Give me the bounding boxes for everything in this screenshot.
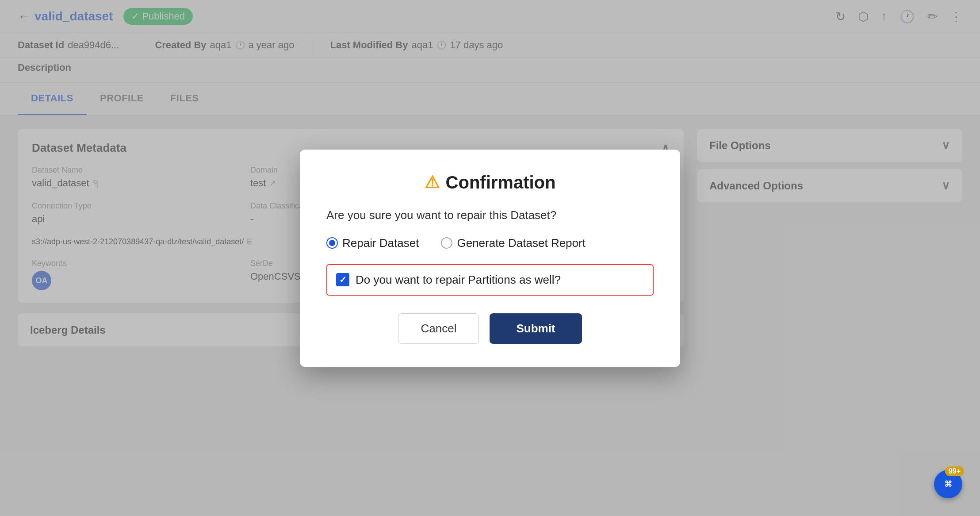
modal-question: Are you sure you want to repair this Dat… bbox=[326, 208, 654, 222]
page-background: ← valid_dataset ✓ Published ↻ ⬡ ↑ 🕐 ✏ ⋮ … bbox=[0, 0, 980, 516]
notification-icon: ⌘ bbox=[944, 479, 952, 489]
modal-title: ⚠ Confirmation bbox=[326, 173, 654, 193]
repair-partitions-label: Do you want to repair Partitions as well… bbox=[356, 273, 561, 287]
radio-group: Repair Dataset Generate Dataset Report bbox=[326, 236, 654, 250]
repair-dataset-label: Repair Dataset bbox=[342, 236, 419, 250]
generate-report-label: Generate Dataset Report bbox=[457, 236, 586, 250]
submit-button[interactable]: Submit bbox=[490, 313, 582, 344]
repair-dataset-radio[interactable]: Repair Dataset bbox=[326, 236, 419, 250]
modal-title-text: Confirmation bbox=[446, 173, 556, 193]
radio-circle-repair bbox=[326, 237, 338, 249]
notification-count-badge: 99+ bbox=[945, 466, 964, 476]
confirmation-modal: ⚠ Confirmation Are you sure you want to … bbox=[300, 150, 680, 367]
warning-triangle-icon: ⚠ bbox=[425, 173, 440, 192]
generate-report-radio[interactable]: Generate Dataset Report bbox=[441, 236, 586, 250]
cancel-button[interactable]: Cancel bbox=[398, 313, 479, 344]
modal-overlay: ⚠ Confirmation Are you sure you want to … bbox=[0, 0, 980, 516]
radio-circle-report bbox=[441, 237, 452, 249]
repair-partitions-checkbox[interactable]: ✓ bbox=[336, 273, 349, 286]
modal-buttons: Cancel Submit bbox=[326, 313, 654, 344]
repair-partitions-checkbox-row[interactable]: ✓ Do you want to repair Partitions as we… bbox=[326, 264, 654, 296]
checkmark-icon: ✓ bbox=[339, 274, 347, 285]
